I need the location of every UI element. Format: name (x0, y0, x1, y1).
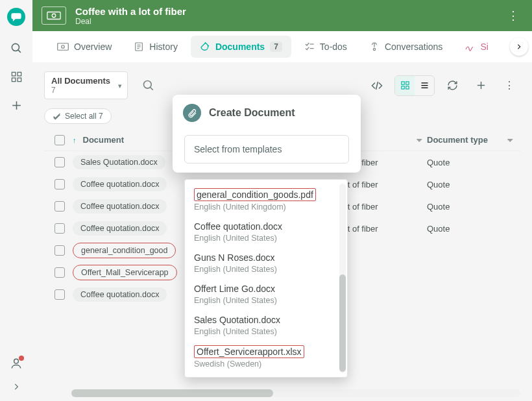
more-menu-icon[interactable]: ⋮ (498, 75, 520, 97)
col-doctype[interactable]: Document type (427, 135, 488, 145)
add-icon[interactable] (10, 99, 23, 112)
select-placeholder: Select from templates (194, 144, 282, 154)
sort-asc-icon[interactable]: ↑ (73, 136, 77, 144)
filter-icon[interactable]: ⏷ (507, 136, 514, 144)
tabs-bar: Overview History Documents 7 To-dos Conv… (32, 31, 532, 62)
template-language: English (United States) (194, 265, 338, 274)
modal-title: Create Document (209, 107, 295, 119)
grid-icon[interactable] (10, 70, 23, 83)
leftbar (0, 0, 32, 401)
tab-label: History (149, 42, 178, 52)
row-checkbox[interactable] (54, 201, 65, 212)
select-all-button[interactable]: Select all 7 (44, 108, 112, 124)
horizontal-scrollbar[interactable] (71, 389, 520, 397)
svg-line-1 (18, 49, 20, 52)
header-menu-icon[interactable]: ⋮ (503, 5, 523, 27)
template-option[interactable]: Offert_Servicerapport.xlsxSwedish (Swede… (185, 341, 347, 373)
document-chip[interactable]: general_condition_good (73, 243, 176, 258)
tab-documents[interactable]: Documents 7 (191, 36, 291, 58)
tab-todos[interactable]: To-dos (295, 36, 356, 58)
row-doctype: Quote (427, 158, 518, 167)
select-all-label: Select all 7 (65, 112, 103, 121)
template-name: general_condition_goods.pdf (194, 188, 316, 201)
svg-point-20 (144, 80, 152, 88)
template-name: Offert_Servicerapport.xlsx (194, 345, 304, 358)
template-language: English (United Kingdom) (194, 202, 338, 212)
dropdown-scrollbar[interactable] (339, 184, 346, 373)
svg-point-8 (14, 359, 19, 363)
chevron-right-icon[interactable] (10, 380, 23, 393)
svg-line-22 (376, 82, 378, 90)
tab-history[interactable]: History (125, 36, 187, 58)
scrollbar-thumb[interactable] (71, 389, 273, 397)
filter-all-documents[interactable]: All Documents 7 (44, 71, 128, 99)
filter-icon[interactable]: ⏷ (416, 136, 423, 144)
create-document-modal: Create Document Select from templates ge… (173, 95, 361, 173)
tab-overview[interactable]: Overview (48, 36, 121, 58)
list-view-button[interactable] (415, 76, 434, 95)
svg-rect-4 (12, 78, 16, 82)
template-name: Coffee quotation.docx (194, 221, 282, 232)
template-language: Swedish (Sweden) (194, 359, 338, 369)
search-button[interactable] (137, 74, 160, 97)
modal-header: Create Document (173, 95, 361, 131)
filter-count: 7 (51, 86, 110, 95)
row-checkbox[interactable] (54, 289, 65, 300)
select-all-checkbox[interactable] (54, 135, 65, 145)
svg-point-12 (62, 45, 65, 49)
row-doctype: Quote (427, 180, 518, 189)
tab-signatures[interactable]: Si (455, 36, 497, 58)
template-language: English (United States) (194, 296, 338, 305)
svg-rect-23 (401, 82, 404, 84)
document-chip[interactable]: Offert_Mall_Servicerapp (73, 265, 177, 280)
svg-point-19 (373, 48, 375, 50)
filter-label: All Documents (51, 76, 110, 86)
template-option[interactable]: general_condition_goods.pdfEnglish (Unit… (185, 184, 347, 216)
row-checkbox[interactable] (54, 223, 65, 234)
add-document-icon[interactable] (470, 75, 492, 97)
col-document[interactable]: Document (83, 135, 125, 145)
document-chip[interactable]: Coffee quotation.docx (73, 177, 167, 191)
deal-header: Coffee with a lot of fiber Deal ⋮ (32, 0, 532, 31)
row-checkbox[interactable] (54, 245, 65, 256)
refresh-icon[interactable] (441, 75, 463, 97)
template-dropdown: general_condition_goods.pdfEnglish (Unit… (184, 179, 348, 378)
tab-label: Overview (74, 42, 112, 52)
user-avatar[interactable] (10, 357, 23, 370)
template-option[interactable]: Offert Lime Go.docxEnglish (United State… (185, 278, 347, 310)
template-option[interactable]: Guns N Roses.docxEnglish (United States) (185, 247, 347, 278)
document-chip[interactable]: Sales Quotation.docx (73, 155, 165, 169)
document-chip[interactable]: Coffee quotation.docx (73, 199, 167, 213)
row-checkbox[interactable] (54, 157, 65, 167)
tab-label: Si (480, 42, 488, 52)
svg-point-10 (52, 14, 56, 18)
attachment-icon (183, 104, 201, 122)
svg-rect-3 (18, 72, 21, 76)
svg-rect-9 (47, 12, 60, 19)
scrollbar-thumb[interactable] (339, 274, 346, 372)
document-chip[interactable]: Coffee quotation.docx (73, 221, 167, 236)
template-select[interactable]: Select from templates (184, 135, 349, 164)
template-name: Guns N Roses.docx (194, 252, 275, 263)
svg-rect-26 (405, 86, 408, 89)
template-option[interactable]: Sales Quotation.docxEnglish (United Stat… (185, 310, 347, 341)
row-checkbox[interactable] (54, 179, 65, 189)
row-doctype: Quote (427, 202, 518, 212)
svg-line-21 (151, 87, 153, 90)
template-name: Offert Lime Go.docx (194, 284, 275, 294)
tab-label: To-dos (320, 42, 347, 52)
tabs-scroll-right[interactable] (510, 38, 528, 56)
app-logo[interactable] (7, 8, 25, 26)
search-icon[interactable] (10, 42, 23, 55)
template-name: Sales Quotation.docx (194, 315, 280, 325)
tab-conversations[interactable]: Conversations (360, 36, 452, 58)
tab-badge: 7 (270, 42, 282, 52)
template-option[interactable]: Coffee quotation.docxEnglish (United Sta… (185, 216, 347, 247)
grid-view-button[interactable] (395, 76, 415, 95)
svg-point-0 (12, 43, 19, 51)
code-view-icon[interactable] (366, 75, 388, 97)
svg-rect-11 (58, 43, 69, 51)
document-chip[interactable]: Coffee quotation.docx (73, 287, 167, 302)
template-language: English (United States) (194, 234, 338, 243)
row-checkbox[interactable] (54, 267, 65, 278)
